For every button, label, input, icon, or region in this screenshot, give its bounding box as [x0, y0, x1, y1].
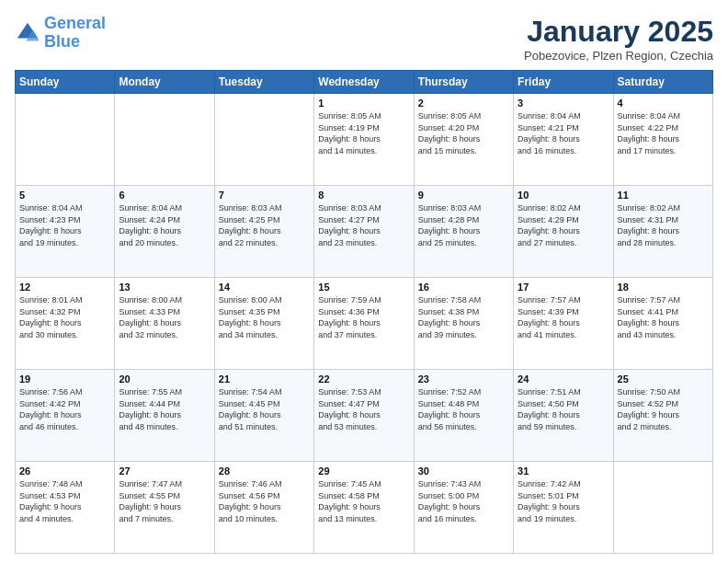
- title-block: January 2025 Pobezovice, Plzen Region, C…: [524, 15, 713, 63]
- calendar-day-header: Thursday: [414, 71, 513, 94]
- day-number: 25: [618, 373, 709, 385]
- calendar-day-cell: [613, 462, 712, 554]
- day-number: 15: [318, 282, 409, 293]
- day-number: 10: [518, 190, 609, 201]
- day-number: 19: [19, 373, 110, 385]
- day-info: Sunrise: 7:52 AM Sunset: 4:48 PM Dayligh…: [418, 386, 509, 432]
- day-number: 7: [219, 190, 310, 201]
- calendar-day-cell: 29Sunrise: 7:45 AM Sunset: 4:58 PM Dayli…: [314, 462, 414, 554]
- calendar-day-cell: 4Sunrise: 8:04 AM Sunset: 4:22 PM Daylig…: [613, 94, 712, 186]
- calendar-day-cell: 21Sunrise: 7:54 AM Sunset: 4:45 PM Dayli…: [214, 370, 313, 462]
- day-number: 2: [418, 98, 509, 109]
- day-info: Sunrise: 7:48 AM Sunset: 4:53 PM Dayligh…: [19, 478, 110, 524]
- day-info: Sunrise: 7:45 AM Sunset: 4:58 PM Dayligh…: [318, 478, 409, 524]
- calendar-day-cell: 20Sunrise: 7:55 AM Sunset: 4:44 PM Dayli…: [115, 370, 214, 462]
- calendar-day-cell: 3Sunrise: 8:04 AM Sunset: 4:21 PM Daylig…: [514, 94, 613, 186]
- logo-line1: General: [44, 14, 106, 32]
- day-info: Sunrise: 7:58 AM Sunset: 4:38 PM Dayligh…: [418, 294, 509, 340]
- day-info: Sunrise: 7:57 AM Sunset: 4:39 PM Dayligh…: [518, 294, 609, 340]
- day-number: 16: [418, 282, 509, 293]
- day-number: 8: [318, 190, 409, 201]
- day-info: Sunrise: 7:56 AM Sunset: 4:42 PM Dayligh…: [19, 386, 110, 432]
- day-info: Sunrise: 8:04 AM Sunset: 4:22 PM Dayligh…: [618, 110, 709, 156]
- calendar-day-cell: 24Sunrise: 7:51 AM Sunset: 4:50 PM Dayli…: [514, 370, 613, 462]
- calendar-day-cell: 7Sunrise: 8:03 AM Sunset: 4:25 PM Daylig…: [214, 186, 313, 278]
- calendar-day-cell: 15Sunrise: 7:59 AM Sunset: 4:36 PM Dayli…: [314, 278, 414, 370]
- day-number: 6: [119, 190, 210, 201]
- calendar-day-cell: 14Sunrise: 8:00 AM Sunset: 4:35 PM Dayli…: [214, 278, 313, 370]
- calendar-day-cell: 28Sunrise: 7:46 AM Sunset: 4:56 PM Dayli…: [214, 462, 313, 554]
- day-info: Sunrise: 7:42 AM Sunset: 5:01 PM Dayligh…: [518, 478, 609, 524]
- calendar-day-cell: 22Sunrise: 7:53 AM Sunset: 4:47 PM Dayli…: [314, 370, 414, 462]
- day-number: 22: [318, 373, 409, 385]
- day-number: 4: [618, 98, 709, 109]
- day-number: 5: [19, 190, 110, 201]
- day-number: 24: [518, 373, 609, 385]
- day-info: Sunrise: 8:03 AM Sunset: 4:28 PM Dayligh…: [418, 202, 509, 248]
- day-info: Sunrise: 8:04 AM Sunset: 4:23 PM Dayligh…: [19, 202, 110, 248]
- calendar-day-cell: 2Sunrise: 8:05 AM Sunset: 4:20 PM Daylig…: [414, 94, 513, 186]
- calendar-day-cell: 16Sunrise: 7:58 AM Sunset: 4:38 PM Dayli…: [414, 278, 513, 370]
- calendar-day-cell: 1Sunrise: 8:05 AM Sunset: 4:19 PM Daylig…: [314, 94, 414, 186]
- day-info: Sunrise: 7:51 AM Sunset: 4:50 PM Dayligh…: [518, 386, 609, 432]
- day-info: Sunrise: 7:59 AM Sunset: 4:36 PM Dayligh…: [318, 294, 409, 340]
- calendar-day-cell: 26Sunrise: 7:48 AM Sunset: 4:53 PM Dayli…: [16, 462, 115, 554]
- calendar-day-header: Saturday: [613, 71, 712, 94]
- day-number: 1: [318, 98, 409, 109]
- logo-text: General Blue: [44, 15, 106, 52]
- calendar-day-cell: 10Sunrise: 8:02 AM Sunset: 4:29 PM Dayli…: [514, 186, 613, 278]
- calendar-day-cell: 27Sunrise: 7:47 AM Sunset: 4:55 PM Dayli…: [115, 462, 214, 554]
- day-info: Sunrise: 7:53 AM Sunset: 4:47 PM Dayligh…: [318, 386, 409, 432]
- day-info: Sunrise: 8:03 AM Sunset: 4:25 PM Dayligh…: [219, 202, 310, 248]
- calendar-day-cell: 25Sunrise: 7:50 AM Sunset: 4:52 PM Dayli…: [613, 370, 712, 462]
- day-info: Sunrise: 7:47 AM Sunset: 4:55 PM Dayligh…: [119, 478, 210, 524]
- day-number: 13: [119, 282, 210, 293]
- logo-line2: Blue: [44, 32, 80, 51]
- day-number: 21: [219, 373, 310, 385]
- calendar-day-cell: 18Sunrise: 7:57 AM Sunset: 4:41 PM Dayli…: [613, 278, 712, 370]
- day-info: Sunrise: 8:00 AM Sunset: 4:33 PM Dayligh…: [119, 294, 210, 340]
- calendar-week-row: 5Sunrise: 8:04 AM Sunset: 4:23 PM Daylig…: [16, 186, 713, 278]
- day-number: 23: [418, 373, 509, 385]
- location: Pobezovice, Plzen Region, Czechia: [524, 49, 713, 63]
- calendar-day-cell: 5Sunrise: 8:04 AM Sunset: 4:23 PM Daylig…: [16, 186, 115, 278]
- page: General Blue January 2025 Pobezovice, Pl…: [0, 0, 728, 563]
- calendar-day-cell: 6Sunrise: 8:04 AM Sunset: 4:24 PM Daylig…: [115, 186, 214, 278]
- logo: General Blue: [15, 15, 106, 52]
- day-number: 11: [618, 190, 709, 201]
- day-info: Sunrise: 8:05 AM Sunset: 4:19 PM Dayligh…: [318, 110, 409, 156]
- day-number: 17: [518, 282, 609, 293]
- day-number: 31: [518, 465, 609, 477]
- day-info: Sunrise: 7:54 AM Sunset: 4:45 PM Dayligh…: [219, 386, 310, 432]
- header: General Blue January 2025 Pobezovice, Pl…: [15, 15, 713, 63]
- calendar-day-cell: 8Sunrise: 8:03 AM Sunset: 4:27 PM Daylig…: [314, 186, 414, 278]
- calendar-day-cell: 17Sunrise: 7:57 AM Sunset: 4:39 PM Dayli…: [514, 278, 613, 370]
- calendar-table: SundayMondayTuesdayWednesdayThursdayFrid…: [15, 70, 713, 554]
- calendar-day-cell: [16, 94, 115, 186]
- day-number: 28: [219, 465, 310, 477]
- day-info: Sunrise: 8:04 AM Sunset: 4:24 PM Dayligh…: [119, 202, 210, 248]
- calendar-day-header: Wednesday: [314, 71, 414, 94]
- calendar-week-row: 19Sunrise: 7:56 AM Sunset: 4:42 PM Dayli…: [16, 370, 713, 462]
- day-number: 18: [618, 282, 709, 293]
- calendar-week-row: 1Sunrise: 8:05 AM Sunset: 4:19 PM Daylig…: [16, 94, 713, 186]
- calendar-day-header: Tuesday: [214, 71, 313, 94]
- day-number: 14: [219, 282, 310, 293]
- calendar-header-row: SundayMondayTuesdayWednesdayThursdayFrid…: [16, 71, 713, 94]
- calendar-week-row: 26Sunrise: 7:48 AM Sunset: 4:53 PM Dayli…: [16, 462, 713, 554]
- calendar-week-row: 12Sunrise: 8:01 AM Sunset: 4:32 PM Dayli…: [16, 278, 713, 370]
- day-number: 20: [119, 373, 210, 385]
- logo-icon: [15, 20, 40, 46]
- day-info: Sunrise: 8:02 AM Sunset: 4:29 PM Dayligh…: [518, 202, 609, 248]
- calendar-day-cell: 13Sunrise: 8:00 AM Sunset: 4:33 PM Dayli…: [115, 278, 214, 370]
- calendar-day-cell: 23Sunrise: 7:52 AM Sunset: 4:48 PM Dayli…: [414, 370, 513, 462]
- day-info: Sunrise: 8:00 AM Sunset: 4:35 PM Dayligh…: [219, 294, 310, 340]
- day-number: 26: [19, 465, 110, 477]
- day-info: Sunrise: 7:57 AM Sunset: 4:41 PM Dayligh…: [618, 294, 709, 340]
- day-number: 29: [318, 465, 409, 477]
- day-number: 12: [19, 282, 110, 293]
- day-info: Sunrise: 8:05 AM Sunset: 4:20 PM Dayligh…: [418, 110, 509, 156]
- calendar-day-cell: 30Sunrise: 7:43 AM Sunset: 5:00 PM Dayli…: [414, 462, 513, 554]
- day-number: 27: [119, 465, 210, 477]
- day-number: 3: [518, 98, 609, 109]
